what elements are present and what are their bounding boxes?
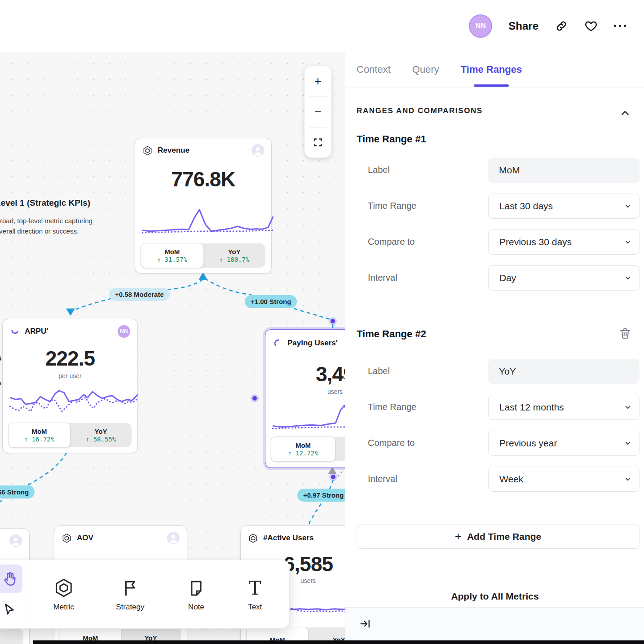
select-tool-button[interactable]: [0, 595, 22, 624]
add-time-range-button[interactable]: + Add Time Range: [357, 525, 640, 549]
toggle-value: ↑ 180.7%: [219, 256, 249, 263]
card-header: ARPU' NN: [3, 319, 137, 344]
zoom-in-button[interactable]: +: [304, 66, 331, 96]
edge-label-arpu-left[interactable]: 66 Strong: [0, 485, 35, 498]
toggle-mom[interactable]: MoM ↑ 31.57%: [141, 243, 204, 268]
metric-hexagon-icon: [248, 533, 258, 543]
link-icon[interactable]: [555, 19, 568, 33]
chevron-down-icon: [624, 439, 632, 447]
edge-connection-dot[interactable]: [251, 394, 259, 402]
toggle-yoy[interactable]: YoY ↑ 180.7%: [203, 243, 266, 268]
sparkline: [141, 206, 275, 237]
compare-to-select[interactable]: Previous year: [488, 431, 640, 456]
app-screen: +0.58 Moderate +1.00 Strong 66 Strong +0…: [0, 0, 644, 644]
favorite-heart-icon[interactable]: [584, 19, 598, 33]
toggle-label: MoM: [31, 428, 47, 435]
toggle-yoy[interactable]: [0, 628, 23, 644]
collapse-panel-icon[interactable]: [359, 618, 371, 630]
select-value: Day: [499, 273, 516, 283]
zoom-out-button[interactable]: −: [304, 97, 331, 127]
card-title: Paying Users': [287, 339, 338, 348]
field-label-compare-to: Compare to: [368, 237, 415, 247]
toggle-mom[interactable]: MoM ↑ 16.72%: [8, 423, 71, 448]
label-input-wrap: [488, 359, 640, 384]
time-range-select[interactable]: Last 30 days: [488, 194, 640, 219]
tool-metric[interactable]: Metric: [53, 577, 74, 612]
more-options-icon[interactable]: [614, 25, 626, 27]
select-value: Previous 30 days: [499, 237, 572, 247]
card-title: #Active Users: [263, 534, 313, 543]
field-label-time-range: Time Range: [368, 402, 416, 412]
metric-unit: users: [265, 388, 345, 395]
sparkline: [9, 386, 143, 417]
clipped-text-fragment: s: [0, 353, 2, 363]
plus-icon: +: [455, 529, 462, 543]
owner-avatar-icon: [9, 534, 22, 547]
sparkline: [272, 402, 345, 434]
toggle-value: ↑ 16.72%: [24, 436, 54, 443]
edge-connection-dot[interactable]: [329, 473, 337, 481]
metric-hexagon-icon: [53, 578, 74, 598]
chevron-down-icon: [624, 238, 632, 246]
metric-value: 776.8K: [135, 167, 271, 191]
tab-time-ranges[interactable]: Time Ranges: [461, 52, 522, 88]
collapse-section-chevron-icon[interactable]: [619, 107, 631, 119]
tool-text[interactable]: T Text: [248, 577, 262, 612]
share-button[interactable]: Share: [508, 20, 538, 32]
card-header: #Active Users: [241, 526, 345, 550]
edge-connection-dot[interactable]: [329, 317, 337, 325]
zoom-controls: + −: [304, 66, 331, 158]
label-input[interactable]: [488, 359, 640, 384]
toggle-yoy[interactable]: [335, 437, 345, 461]
toggle-yoy[interactable]: YoY ↑ 58.55%: [70, 423, 132, 447]
metric-card-paying-users[interactable]: Paying Users' 3,49 users MoM ↑ 12.72%: [265, 329, 345, 468]
flag-icon: [120, 578, 141, 598]
comparison-toggle: MoM ↑ 16.72% YoY ↑ 58.55%: [9, 423, 132, 447]
tab-query[interactable]: Query: [412, 52, 439, 88]
toggle-mom[interactable]: MoM ↑ 12.72%: [271, 437, 335, 462]
card-title: ARPU': [25, 327, 48, 336]
fit-view-button[interactable]: [304, 128, 331, 158]
toggle-label: MoM: [164, 248, 180, 256]
tool-label: Text: [248, 603, 262, 612]
owner-avatar-icon: [167, 532, 180, 544]
app-header: NN Share: [0, 0, 644, 52]
apply-all-metrics-button[interactable]: Apply to All Metrics: [345, 587, 644, 605]
card-header: [0, 529, 29, 553]
metric-tree-canvas[interactable]: +0.58 Moderate +1.00 Strong 66 Strong +0…: [0, 52, 345, 644]
metric-hexagon-icon: [142, 146, 153, 156]
cursor-icon: [2, 602, 17, 617]
level-annotation-line1: Broad, top-level metric capturing: [0, 216, 93, 226]
edge-label-revenue-arpu[interactable]: +0.58 Moderate: [109, 288, 170, 301]
time-range-2-title: Time Range #2: [357, 328, 426, 340]
tool-label: Strategy: [116, 603, 144, 612]
hand-tool-button[interactable]: [0, 565, 22, 593]
note-icon: [186, 578, 206, 598]
select-value: Week: [499, 474, 523, 485]
toggle-label: MoM: [296, 441, 311, 449]
tool-note[interactable]: Note: [186, 577, 206, 612]
tool-strategy[interactable]: Strategy: [116, 577, 144, 612]
compare-to-select[interactable]: Previous 30 days: [488, 229, 640, 255]
card-header: AOV: [54, 526, 187, 550]
collaborator-avatar: NN: [118, 325, 130, 338]
metric-card-revenue[interactable]: Revenue 776.8K MoM ↑ 31.57% YoY ↑ 180.7%: [135, 138, 272, 273]
field-label-compare-to: Compare to: [368, 438, 415, 448]
chevron-down-icon: [624, 403, 632, 411]
toggle-label: YoY: [94, 428, 107, 435]
metric-card-arpu[interactable]: ARPU' NN 222.5 per user MoM ↑ 16.72% YoY…: [2, 319, 138, 453]
label-input[interactable]: [488, 158, 640, 183]
label-input-wrap: [488, 158, 640, 183]
select-value: Last 30 days: [499, 201, 553, 212]
interval-select[interactable]: Week: [488, 467, 640, 492]
edge-label-paying-active[interactable]: +0.97 Strong: [297, 489, 345, 502]
edge-label-revenue-paying[interactable]: +1.00 Strong: [245, 295, 297, 308]
divider: [345, 567, 644, 567]
interval-select[interactable]: Day: [488, 265, 640, 291]
time-range-select[interactable]: Last 12 months: [488, 395, 640, 420]
delete-time-range-icon[interactable]: [618, 326, 632, 340]
section-header: RANGES AND COMPARISONS: [357, 106, 483, 115]
user-avatar[interactable]: NN: [469, 14, 492, 38]
tab-context[interactable]: Context: [357, 52, 391, 88]
comparison-toggle: MoM ↑ 12.72%: [271, 437, 345, 461]
